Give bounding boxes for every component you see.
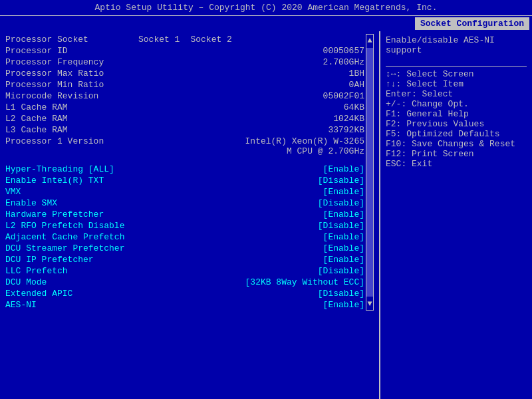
setting-smx[interactable]: Enable SMX [Disable] <box>5 198 364 209</box>
setting-hw-prefetcher[interactable]: Hardware Prefetcher [Enable] <box>5 209 364 220</box>
setting-llc-prefetch[interactable]: LLC Prefetch [Disable] <box>5 265 364 277</box>
setting-extended-apic[interactable]: Extended APIC [Disable] <box>5 288 364 299</box>
setting-aes-ni[interactable]: AES-NI [Enable] <box>5 299 364 311</box>
setting-dcu-mode[interactable]: DCU Mode [32KB 8Way Without ECC] <box>5 277 364 288</box>
key-f5: F5: Optimized Defaults <box>386 129 527 139</box>
tab-bar: Socket Configuration <box>0 16 532 31</box>
key-f2: F2: Previous Values <box>386 119 527 129</box>
setting-l2-rfo[interactable]: L2 RFO Prefetch Disable [Disable] <box>5 220 364 231</box>
info-row-processor-max-ratio: Processor Max Ratio 1BH <box>5 68 364 79</box>
setting-adjacent-cache[interactable]: Adjacent Cache Prefetch [Enable] <box>5 231 364 243</box>
scroll-down[interactable]: ▼ <box>366 298 373 310</box>
info-row-microcode: Microcode Revision 05002F01 <box>5 90 364 102</box>
key-select-item: ↑↓: Select Item <box>386 79 527 89</box>
help-description: Enable/disable AES-NI support <box>386 35 527 55</box>
title-text: Aptio Setup Utility – Copyright (C) 2020… <box>95 3 438 13</box>
info-row-processor-id: Processor ID 00050657 <box>5 45 364 57</box>
title-bar: Aptio Setup Utility – Copyright (C) 2020… <box>0 0 532 16</box>
scrollbar[interactable]: ▲ ▼ <box>366 34 374 311</box>
scroll-up[interactable]: ▲ <box>366 35 373 47</box>
key-select-screen: ↕↔: Select Screen <box>386 69 527 79</box>
setting-hyper-threading[interactable]: Hyper-Threading [ALL] [Enable] <box>5 164 364 175</box>
info-row-processor-freq: Processor Frequency 2.700GHz <box>5 57 364 68</box>
tab-socket-configuration[interactable]: Socket Configuration <box>415 17 529 30</box>
info-row-l3: L3 Cache RAM 33792KB <box>5 124 364 136</box>
key-enter-select: Enter: Select <box>386 89 527 99</box>
key-help-section: ↕↔: Select Screen ↑↓: Select Item Enter:… <box>386 66 527 169</box>
info-row-proc-version: Processor 1 Version Intel(R) Xeon(R) W-3… <box>5 136 364 157</box>
settings-list: Processor Socket Socket 1 Socket 2 Proce… <box>5 34 366 311</box>
info-row-processor-socket: Processor Socket Socket 1 Socket 2 <box>5 34 364 45</box>
setting-vmx[interactable]: VMX [Enable] <box>5 186 364 198</box>
info-row-l1: L1 Cache RAM 64KB <box>5 102 364 113</box>
info-row-processor-min-ratio: Processor Min Ratio 0AH <box>5 79 364 90</box>
key-esc: ESC: Exit <box>386 159 527 169</box>
info-row-l2: L2 Cache RAM 1024KB <box>5 113 364 124</box>
scroll-thumb[interactable] <box>366 48 373 297</box>
right-panel: Enable/disable AES-NI support ↕↔: Select… <box>379 31 532 399</box>
key-f10: F10: Save Changes & Reset <box>386 139 527 149</box>
key-f1: F1: General Help <box>386 109 527 119</box>
key-change-opt: +/-: Change Opt. <box>386 99 527 109</box>
setting-dcu-streamer[interactable]: DCU Streamer Prefetcher [Enable] <box>5 243 364 254</box>
setting-dcu-ip[interactable]: DCU IP Prefetcher [Enable] <box>5 254 364 265</box>
left-panel: Processor Socket Socket 1 Socket 2 Proce… <box>0 31 379 399</box>
key-f12: F12: Print Screen <box>386 149 527 159</box>
setting-intel-txt[interactable]: Enable Intel(R) TXT [Disable] <box>5 175 364 186</box>
